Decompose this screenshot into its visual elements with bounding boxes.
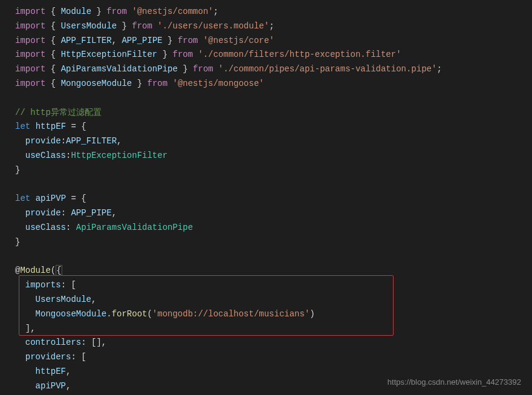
code-line[interactable]: ], [15, 322, 532, 336]
code-token-type: ApiParamsValidationPipe [76, 223, 193, 232]
code-token-punctuation: , [112, 36, 122, 45]
code-token-punctuation: } [117, 21, 132, 31]
code-token-comment: // http异常过滤配置 [15, 108, 102, 117]
code-line[interactable]: imports: [ [15, 278, 532, 293]
code-token-identifier: httpEF [36, 367, 66, 376]
code-token-punctuation: : [61, 208, 71, 218]
code-token-punctuation [30, 194, 35, 203]
code-line[interactable]: import { APP_FILTER, APP_PIPE } from '@n… [15, 34, 532, 48]
code-line[interactable]: MongooseModule.forRoot('mongodb://localh… [15, 307, 532, 322]
code-token-punctuation [167, 79, 172, 88]
code-line[interactable]: useClass:HttpExceptionFilter [15, 149, 532, 163]
code-token-punctuation: ; [436, 64, 441, 74]
code-line[interactable]: providers: [ [15, 350, 532, 365]
code-token-property: useClass [25, 151, 66, 160]
watermark-text: https://blog.csdn.net/weixin_44273392 [388, 376, 521, 389]
code-token-kw-from: from [178, 36, 198, 45]
code-token-string: './common/pipes/api-params-validation.pi… [218, 64, 436, 74]
code-token-punctuation: : [61, 136, 66, 146]
code-line[interactable]: import { Module } from '@nestjs/common'; [15, 5, 532, 19]
code-token-punctuation [15, 309, 36, 319]
code-token-punctuation [15, 338, 25, 347]
code-token-identifier: apiPVP [36, 194, 66, 203]
code-token-punctuation: , [66, 367, 71, 376]
code-token-type: HttpExceptionFilter [71, 151, 167, 160]
code-token-property: useClass [25, 223, 66, 232]
code-token-punctuation [15, 280, 25, 290]
code-token-string: '@nestjs/core' [203, 36, 274, 45]
code-token-punctuation: ], [15, 324, 36, 333]
code-token-punctuation [193, 50, 198, 59]
code-token-property: provide [25, 208, 61, 218]
code-token-punctuation [15, 223, 25, 232]
code-token-punctuation [198, 36, 203, 45]
code-token-identifier: APP_FILTER [61, 36, 112, 45]
code-token-kw-let: let [15, 122, 30, 131]
code-token-punctuation: { [45, 79, 60, 88]
code-token-punctuation [15, 352, 25, 362]
code-line[interactable]: provide: APP_PIPE, [15, 206, 532, 221]
code-token-punctuation: : [], [81, 338, 106, 347]
code-line[interactable]: import { HttpExceptionFilter } from './c… [15, 48, 532, 62]
code-token-punctuation: ; [269, 21, 274, 31]
code-token-identifier: Module [61, 7, 91, 16]
code-token-identifier: MongooseModule [61, 79, 132, 88]
code-line[interactable]: UsersModule, [15, 293, 532, 307]
code-token-punctuation: , [66, 381, 71, 391]
code-token-kw-import: import [15, 21, 45, 31]
code-token-string: '@nestjs/mongoose' [173, 79, 264, 88]
code-token-punctuation: { [45, 64, 60, 74]
code-line[interactable]: provide:APP_FILTER, [15, 134, 532, 149]
code-token-identifier: HttpExceptionFilter [61, 50, 158, 59]
code-token-kw-import: import [15, 64, 45, 74]
code-token-decorator-name: Module [20, 266, 50, 275]
code-line[interactable]: import { ApiParamsValidationPipe } from … [15, 62, 532, 77]
code-line[interactable]: useClass: ApiParamsValidationPipe [15, 221, 532, 235]
code-token-punctuation [15, 381, 36, 391]
code-token-punctuation: { [45, 50, 60, 59]
code-token-punctuation: , [112, 208, 117, 218]
code-token-punctuation: } [157, 50, 172, 59]
code-line[interactable]: // http异常过滤配置 [15, 106, 532, 120]
code-token-method: forRoot [112, 309, 148, 319]
code-token-punctuation: } [15, 165, 20, 175]
code-line[interactable]: controllers: [], [15, 336, 532, 350]
code-line[interactable]: } [15, 163, 532, 178]
code-token-property: controllers [25, 338, 81, 347]
code-token-kw-import: import [15, 36, 45, 45]
code-line[interactable]: import { UsersModule } from './users/use… [15, 19, 532, 34]
code-line[interactable] [15, 178, 532, 192]
code-token-property: provide [25, 136, 61, 146]
code-token-kw-from: from [193, 64, 213, 74]
code-token-punctuation: : [66, 223, 76, 232]
code-token-string: './common/filters/http-exception.filter' [198, 50, 401, 59]
code-token-punctuation: : [ [71, 352, 86, 362]
code-token-punctuation: { [45, 21, 60, 31]
code-line[interactable]: let httpEF = { [15, 120, 532, 134]
code-token-punctuation [15, 151, 25, 160]
code-token-punctuation: ( [147, 309, 152, 319]
code-token-identifier: APP_PIPE [71, 208, 111, 218]
code-token-punctuation [15, 367, 36, 376]
code-token-punctuation: ) [310, 309, 314, 319]
code-line[interactable] [15, 250, 532, 264]
code-token-kw-import: import [15, 50, 45, 59]
code-token-identifier: httpEF [36, 122, 66, 131]
code-token-string: './users/users.module' [157, 21, 269, 31]
code-line[interactable]: @Module({ [15, 264, 532, 278]
code-token-string: '@nestjs/common' [132, 7, 213, 16]
code-token-kw-from: from [173, 50, 193, 59]
code-token-punctuation [15, 295, 36, 304]
code-token-punctuation [213, 64, 218, 74]
code-line[interactable]: import { MongooseModule } from '@nestjs/… [15, 77, 532, 91]
code-token-punctuation: } [15, 237, 20, 247]
code-line[interactable]: } [15, 235, 532, 250]
code-line[interactable]: let apiPVP = { [15, 192, 532, 206]
code-editor[interactable]: import { Module } from '@nestjs/common';… [0, 0, 532, 395]
code-token-identifier: APP_PIPE [122, 36, 162, 45]
code-token-punctuation: } [178, 64, 193, 74]
code-token-punctuation: ; [213, 7, 218, 16]
code-token-identifier: MongooseModule [36, 309, 107, 319]
code-token-identifier: APP_FILTER [66, 136, 117, 146]
code-line[interactable] [15, 91, 532, 106]
